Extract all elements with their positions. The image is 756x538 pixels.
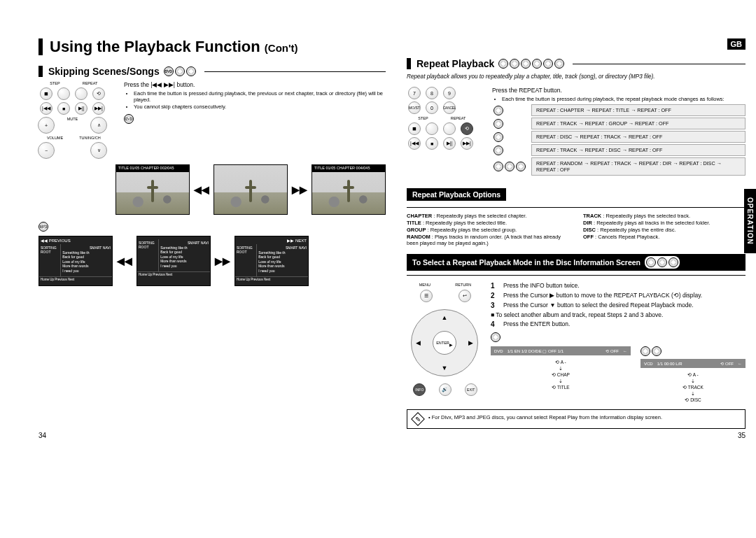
mp3-screens-row: ◀◀ PREVIOUS SORTINGROOT SMART NAVI Somet…: [38, 236, 386, 286]
select-heading: To Select a Repeat Playback Mode in the …: [407, 254, 746, 271]
disc-icon: [640, 346, 650, 356]
step-text: Press the Cursor ▼ button to select the …: [503, 302, 746, 309]
skip-instruction: Press the |◀◀ ▶▶| button.: [124, 81, 386, 88]
step-text: Press the Cursor ▶ button to move to the…: [503, 292, 746, 299]
step-text: Press the ENTER button.: [503, 320, 746, 327]
dvd-screen: TITLE 01/05 CHAPTER 002/045: [115, 164, 190, 215]
repeat-heading: Repeat Playback: [407, 58, 746, 69]
disc-icon: [505, 162, 514, 171]
note-icon: ✎: [411, 412, 425, 426]
skip-heading: Skipping Scenes/Songs DVD: [38, 66, 386, 77]
repeat-note: Each time the button is pressed during p…: [502, 96, 746, 102]
repeat-seq: REPEAT : CHAPTER → REPEAT : TITLE → REPE…: [531, 104, 746, 116]
note-box: ✎ • For Divx, MP3 and JPEG discs, you ca…: [407, 409, 746, 429]
disc-icon: [646, 257, 656, 267]
menu-screen: SORTINGROOT SMART NAVI Something like th…: [136, 236, 211, 286]
repeat-seq: REPEAT : TRACK → REPEAT : DISC → REPEAT …: [531, 144, 746, 156]
prev-icon: ◀◀: [194, 184, 209, 195]
gb-badge: GB: [727, 38, 746, 50]
skip-note: You cannot skip chapters consecutively.: [134, 104, 386, 110]
disc-icon: [186, 66, 196, 76]
skip-note: Each time the button is pressed during p…: [134, 90, 386, 103]
disc-icon: [543, 59, 553, 69]
dvd-screen: TITLE 01/05 CHAPTER 004/045: [312, 164, 386, 215]
repeat-seq: REPEAT : TRACK → REPEAT : GROUP → REPEAT…: [531, 118, 746, 129]
disc-icon: [493, 146, 503, 155]
repeat-seq: REPEAT : DISC → REPEAT : TRACK → REPEAT …: [531, 131, 746, 143]
operation-tab: OPERATION: [744, 189, 756, 253]
disc-icon: [554, 59, 564, 69]
disc-icon: [652, 346, 662, 356]
repeat-seq: REPEAT : RANDOM → REPEAT : TRACK → REPEA…: [531, 157, 746, 176]
remote-diagram-repeat: 789 MO/ST0CANCEL STEPREPEAT ◼⟲ |◀◀■▶||▶▶…: [407, 87, 484, 150]
dvd-screens-row: TITLE 01/05 CHAPTER 002/045 ◀◀ ▶▶ TITLE …: [115, 164, 386, 215]
disc-icon: [657, 257, 667, 267]
prev-icon: ◀◀: [117, 255, 132, 267]
menu-screen: ◀◀ PREVIOUS SORTINGROOT SMART NAVI Somet…: [38, 236, 113, 286]
disc-icon: [175, 66, 185, 76]
page-number-right: 35: [738, 432, 746, 439]
disc-icon: [493, 119, 503, 129]
disc-icon: [493, 106, 503, 115]
osd-display-vcd: VCD1/1 00:00 L/R ⟲ OFF←: [640, 359, 746, 368]
disc-icon: DVD: [164, 66, 174, 76]
disc-icon: [493, 132, 503, 142]
next-icon: ▶▶: [215, 255, 230, 267]
options-heading: Repeat Playback Options: [407, 188, 506, 201]
mp3-icon: MP3: [38, 222, 48, 232]
disc-icon: [668, 257, 678, 267]
step-subtext: ■ To select another album and track, rep…: [491, 311, 746, 318]
disc-icon: [493, 162, 503, 171]
osd-display-dvd: DVD1/1 EN 1/2 DO/DE ▢ OFF 1/1 ⟲ OFF←: [491, 346, 631, 355]
disc-icon: [516, 162, 526, 171]
remote-diagram-skip: STEPREPEAT ◼⟲ |◀◀■▶||▶▶| +MUTE∧ VOLUMETU…: [38, 81, 115, 159]
dvd-icon: DVD: [124, 114, 134, 124]
disc-icon: [532, 59, 542, 69]
disc-icon: [498, 59, 508, 69]
remote-nav-diagram: MENU RETURN ☰↩ ▲▼ ◀▶ ENTER▶ INFO🔊EXIT: [407, 280, 484, 396]
repeat-instruction: Press the REPEAT button.: [492, 87, 746, 94]
step-text: Press the INFO button twice.: [503, 282, 746, 289]
disc-icon: [491, 332, 500, 342]
dvd-screen: [214, 164, 288, 215]
disc-icon: [521, 59, 531, 69]
repeat-options: CHAPTER : Repeatedly plays the selected …: [407, 212, 746, 247]
repeat-intro: Repeat playback allows you to repeatedly…: [407, 73, 746, 80]
next-icon: ▶▶: [292, 184, 307, 195]
menu-screen: ▶▶ NEXT SORTINGROOT SMART NAVI Something…: [234, 236, 309, 286]
page-title: Using the Playback Function (Con't): [38, 38, 386, 55]
page-number-left: 34: [38, 432, 46, 439]
disc-icon: [510, 59, 519, 69]
